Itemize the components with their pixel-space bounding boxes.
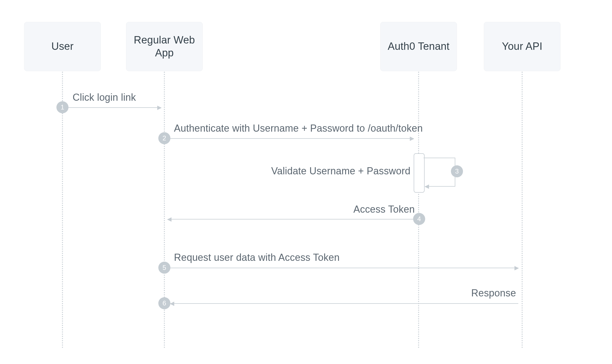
step-3-label: Validate Username + Password [271, 165, 410, 177]
step-1-label: Click login link [73, 92, 136, 103]
step-6-badge: 6 [158, 297, 170, 309]
actor-tenant-label: Auth0 Tenant [388, 40, 450, 53]
actor-api-label: Your API [502, 40, 542, 53]
step-5-badge: 5 [158, 262, 170, 274]
step-6-arrow [170, 303, 518, 304]
step-3-loop-top [424, 158, 455, 158]
sequence-diagram: User Regular Web App Auth0 Tenant Your A… [0, 0, 612, 364]
actor-app: Regular Web App [126, 22, 203, 71]
step-2-badge: 2 [158, 132, 170, 144]
actor-tenant: Auth0 Tenant [380, 22, 457, 71]
step-3-loop-bottom [425, 186, 455, 187]
actor-app-label: Regular Web App [132, 34, 197, 60]
step-3-badge: 3 [451, 165, 463, 177]
step-4-label: Access Token [353, 204, 415, 215]
actor-user-label: User [51, 40, 73, 53]
step-1-badge: 1 [56, 101, 68, 113]
step-4-arrow [168, 219, 413, 219]
step-5-arrow [170, 268, 518, 268]
step-5-label: Request user data with Access Token [174, 252, 340, 263]
step-2-label: Authenticate with Username + Password to… [174, 123, 423, 134]
step-4-badge: 4 [413, 213, 425, 225]
step-2-arrow [170, 138, 414, 139]
step-1-arrow [68, 107, 161, 108]
lifeline-tenant [418, 72, 419, 348]
actor-user: User [24, 22, 101, 71]
step-6-label: Response [471, 287, 516, 299]
step-3-activation [414, 153, 425, 193]
actor-api: Your API [484, 22, 560, 71]
lifeline-api [522, 72, 523, 348]
